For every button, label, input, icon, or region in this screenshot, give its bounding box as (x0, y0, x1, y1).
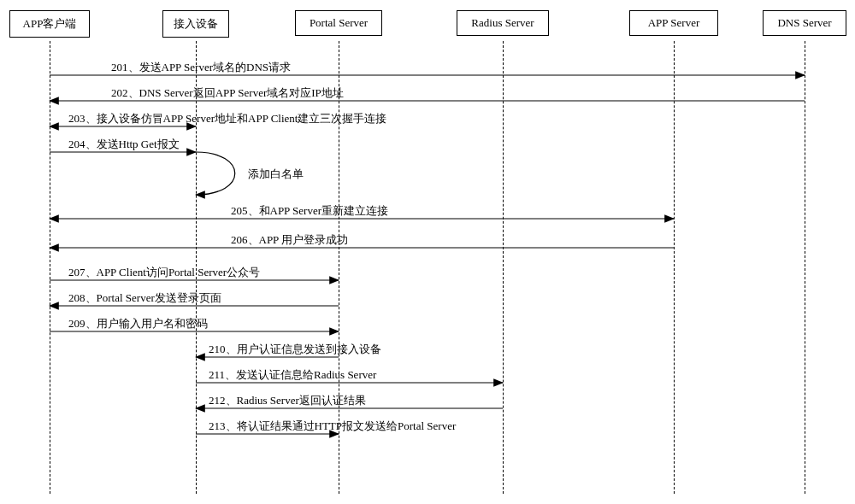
msg-212: 212、Radius Server返回认证结果 (209, 393, 366, 408)
msg-202: 202、DNS Server返回APP Server域名对应IP地址 (111, 85, 344, 101)
participant-radius-server: Radius Server (457, 10, 549, 36)
participant-app-server: APP Server (629, 10, 718, 36)
msg-208: 208、Portal Server发送登录页面 (68, 290, 221, 306)
participant-label: DNS Server (777, 16, 831, 29)
msg-210: 210、用户认证信息发送到接入设备 (209, 342, 381, 357)
participant-dns-server: DNS Server (763, 10, 846, 36)
lifeline-radius-server (503, 41, 504, 494)
participant-app-client: APP客户端 (9, 10, 90, 38)
msg-209: 209、用户输入用户名和密码 (68, 316, 208, 331)
msg-204: 204、发送Http Get报文 (68, 137, 180, 152)
participant-label: 接入设备 (174, 17, 218, 30)
lifeline-dns-server (805, 41, 805, 494)
msg-205: 205、和APP Server重新建立连接 (231, 203, 388, 219)
msg-203: 203、接入设备仿冒APP Server地址和APP Client建立三次握手连… (68, 111, 386, 126)
msg-213: 213、将认证结果通过HTTP报文发送给Portal Server (209, 419, 456, 434)
participant-access-device: 接入设备 (162, 10, 229, 38)
msg-206: 206、APP 用户登录成功 (231, 232, 348, 248)
sequence-diagram: APP客户端 接入设备 Portal Server Radius Server … (0, 0, 855, 504)
note-whitelist: 添加白名单 (248, 167, 304, 182)
participant-label: APP Server (648, 16, 700, 29)
lifeline-app-server (674, 41, 675, 494)
participant-label: APP客户端 (23, 17, 77, 30)
msg-211: 211、发送认证信息给Radius Server (209, 367, 376, 383)
participant-label: Portal Server (310, 16, 368, 29)
lifeline-app-client (50, 41, 50, 494)
msg-201: 201、发送APP Server域名的DNS请求 (111, 60, 291, 75)
participant-label: Radius Server (471, 16, 534, 29)
participant-portal-server: Portal Server (295, 10, 382, 36)
msg-207: 207、APP Client访问Portal Server公众号 (68, 265, 260, 280)
